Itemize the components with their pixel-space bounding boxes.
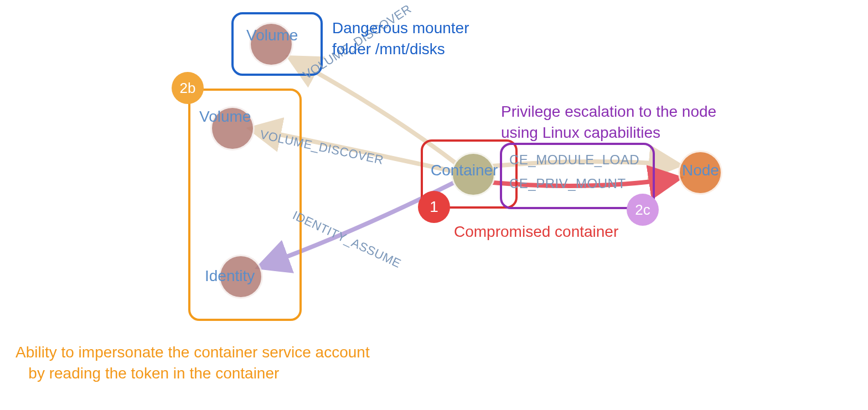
badge-2b: 2b (172, 72, 204, 104)
node-container-label: Container (431, 162, 498, 179)
node-node-label: Node (682, 162, 719, 179)
caption-compromised: Compromised container (454, 221, 618, 242)
caption-privesc: Privilege escalation to the node using L… (501, 101, 716, 143)
node-volume-mid-label: Volume (199, 108, 251, 126)
caption-impersonate: Ability to impersonate the container ser… (16, 342, 370, 384)
node-identity-label: Identity (205, 267, 255, 285)
diagram-stage: Volume Volume Identity Container Node VO… (0, 0, 868, 410)
edge-label-identity-assume: IDENTITY_ASSUME (291, 208, 404, 271)
edge-label-ce-module-load: CE_MODULE_LOAD (509, 152, 639, 168)
badge-2c: 2c (627, 194, 659, 226)
badge-1: 1 (418, 191, 450, 223)
node-volume-top-label: Volume (246, 27, 298, 44)
edge-label-ce-priv-mount: CE_PRIV_MOUNT (509, 176, 626, 191)
caption-mounter: Dangerous mounter folder /mnt/disks (332, 18, 469, 60)
